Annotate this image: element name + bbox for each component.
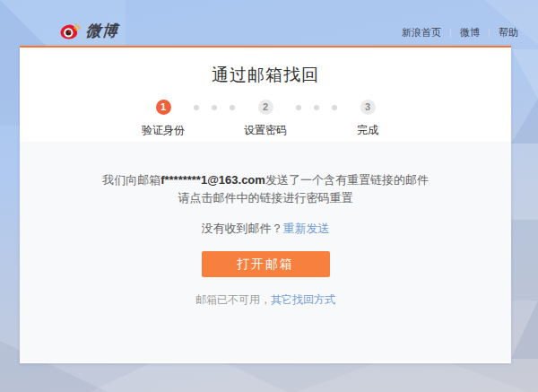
open-mailbox-button[interactable]: 打开邮箱 <box>202 251 330 277</box>
resend-row: 没有收到邮件？重新发送 <box>20 221 511 237</box>
link-weibo[interactable]: 微博 <box>460 26 480 39</box>
link-divider <box>450 29 451 38</box>
resend-link[interactable]: 重新发送 <box>283 222 330 235</box>
link-help[interactable]: 帮助 <box>499 26 518 39</box>
weibo-eye-icon <box>59 22 82 40</box>
bg-facet <box>511 99 538 144</box>
step-3-circle: 3 <box>360 100 376 115</box>
bg-facet <box>511 220 538 301</box>
step-done: 3 完成 <box>343 100 393 138</box>
resend-question: 没有收到邮件？ <box>202 222 283 235</box>
masked-email: f********1@163.com <box>161 173 265 187</box>
bg-facet <box>511 49 538 99</box>
bg-facet <box>511 301 538 359</box>
card-top-section: 通过邮箱找回 1 验证身份 2 设置密码 <box>20 48 511 142</box>
email-unavailable-text: 邮箱已不可用， <box>195 293 271 306</box>
step-dot <box>230 105 235 110</box>
link-sina-home[interactable]: 新浪首页 <box>402 26 441 39</box>
step-1-circle: 1 <box>156 100 171 115</box>
step-dot <box>332 105 337 110</box>
page-title: 通过邮箱找回 <box>20 48 511 87</box>
link-divider <box>489 29 490 38</box>
step-verify-identity: 1 验证身份 <box>138 100 188 138</box>
step-3-label: 完成 <box>357 123 378 138</box>
page: 微博 新浪首页 微博 帮助 通过邮箱找回 1 验证身份 2 <box>0 0 538 392</box>
step-set-password: 2 设置密码 <box>240 100 291 138</box>
sent-message-line1: 我们向邮箱f********1@163.com发送了一个含有重置链接的邮件 <box>20 171 511 189</box>
logo-wordmark: 微博 <box>85 21 119 41</box>
step-2-circle: 2 <box>258 100 273 115</box>
other-methods-link[interactable]: 其它找回方式 <box>271 293 335 306</box>
fallback-row: 邮箱已不可用，其它找回方式 <box>20 292 511 308</box>
sent-message-suffix: 发送了一个含有重置链接的邮件 <box>265 173 429 187</box>
email-sent-panel: 我们向邮箱f********1@163.com发送了一个含有重置链接的邮件 请点… <box>20 142 511 362</box>
step-dots <box>194 105 235 110</box>
weibo-logo[interactable]: 微博 <box>59 21 118 41</box>
step-dot <box>212 105 217 110</box>
step-dots <box>296 105 337 110</box>
step-dot <box>296 105 301 110</box>
step-indicator: 1 验证身份 2 设置密码 3 <box>20 100 511 138</box>
step-1-label: 验证身份 <box>142 123 185 138</box>
sent-message-prefix: 我们向邮箱 <box>102 173 161 187</box>
header-links: 新浪首页 微博 帮助 <box>402 26 518 39</box>
step-dot <box>314 105 319 110</box>
step-dot <box>194 105 199 110</box>
bg-facet <box>511 144 538 220</box>
sent-message-line2: 请点击邮件中的链接进行密码重置 <box>20 189 511 207</box>
step-2-label: 设置密码 <box>244 123 287 138</box>
recover-card: 通过邮箱找回 1 验证身份 2 设置密码 <box>20 46 511 363</box>
